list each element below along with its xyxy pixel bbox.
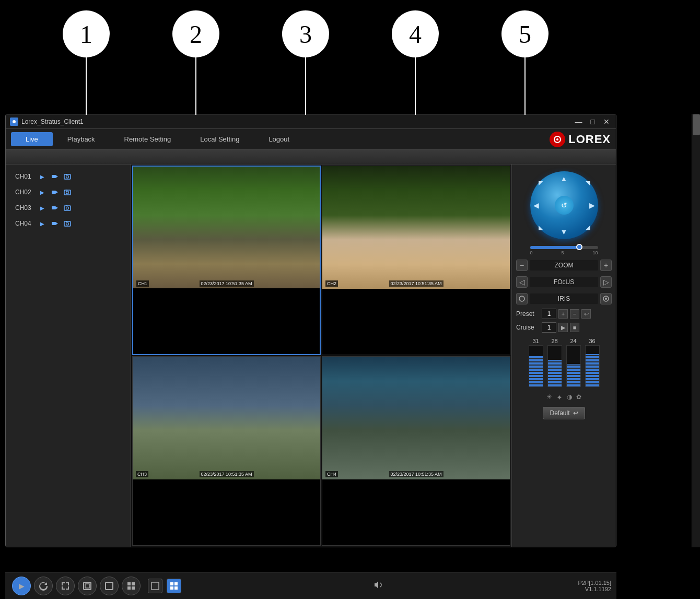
focus-control-row: ◁ FOcUS ▷ [516,275,612,289]
ch04-snapshot-btn[interactable] [63,219,72,228]
camera-cell-ch01[interactable]: CH01 02/23/2017 10:51:35 AM CH1 [132,166,321,355]
play-btn[interactable]: ▶ [12,577,31,595]
bar4-fill [586,354,599,386]
grid-1x1-btn[interactable] [148,579,162,593]
bar1-label: 31 [532,338,539,344]
tab-local-setting[interactable]: Local Setting [185,132,254,146]
camera-cell-ch04[interactable]: CH04 02/23/2017 10:51:35 AM CH4 [322,356,510,546]
zoom-minus-btn[interactable]: − [516,260,528,271]
svg-marker-6 [55,175,58,178]
tab-remote-setting[interactable]: Remote Setting [110,132,186,146]
ch01-snapshot-btn[interactable] [63,172,72,181]
speed-thumb[interactable] [576,244,582,250]
ptz-upleft-arrow[interactable]: ◤ [539,180,543,186]
lorex-logo: LOREX [550,132,611,147]
iris-minus-btn[interactable] [516,293,528,304]
zoom-plus-btn[interactable]: + [600,260,612,271]
maximize-button[interactable]: □ [589,118,597,126]
preset-minus-btn[interactable]: − [570,309,579,319]
saturation-icon[interactable]: ✿ [576,393,581,402]
default-button[interactable]: Default ↩ [543,407,585,419]
contrast-icon[interactable]: ◑ [567,393,572,402]
cruise-stop-btn[interactable]: ■ [570,323,579,332]
close-button[interactable]: ✕ [601,118,612,126]
ptz-left-arrow[interactable]: ◀ [533,201,539,209]
bar3-container [566,345,581,387]
channel-row-4: CH04 ▶ [11,217,125,230]
svg-point-23 [66,222,69,225]
ch04-label: CH04 [15,220,36,227]
layout4-btn[interactable] [122,577,141,595]
tab-playback[interactable]: Playback [53,132,110,146]
cruise-label: Cruise [516,324,540,331]
svg-rect-7 [64,174,71,179]
ch04-badge: CH4 [325,471,338,477]
minimize-button[interactable]: — [573,118,585,126]
preset-input[interactable] [542,309,556,319]
ch03-record-btn[interactable] [50,203,60,213]
cruise-input[interactable] [542,322,556,333]
ch01-record-btn[interactable] [50,172,60,181]
svg-rect-14 [66,190,67,191]
svg-rect-32 [132,582,135,585]
circle-2: 2 [172,10,219,57]
zoom-control-row: − ZOOM + [516,259,612,272]
svg-marker-16 [55,206,58,209]
preset-add-btn[interactable]: + [558,309,568,319]
focus-plus-btn[interactable]: ▷ [600,276,612,288]
svg-rect-33 [127,586,131,590]
ptz-upright-arrow[interactable]: ◥ [586,180,590,186]
tab-logout[interactable]: Logout [254,132,304,146]
cruise-go-btn[interactable]: ▶ [558,323,568,332]
sync-btn[interactable] [34,577,53,595]
speed-label-10: 10 [592,250,598,255]
preset-go-btn[interactable]: ↩ [581,309,591,319]
ch03-snapshot-btn[interactable] [63,203,72,213]
ch01-play-btn[interactable]: ▶ [38,172,47,181]
ptz-downright-arrow[interactable]: ◢ [586,224,590,231]
ptz-down-arrow[interactable]: ▼ [561,228,568,236]
brightness-icon[interactable]: ☀ [546,393,552,402]
scrollbar[interactable] [692,114,700,547]
ch04-image [322,357,510,479]
camera-cell-ch03[interactable]: CH03 02/23/2017 10:51:35 AM CH3 [132,356,321,546]
ptz-control[interactable]: ▲ ▼ ◀ ▶ ◤ ◥ ◣ ◢ ↺ [530,171,598,239]
scroll-thumb[interactable] [693,114,700,135]
ptz-up-arrow[interactable]: ▲ [561,174,568,183]
ch02-label: CH02 [15,189,36,196]
stretch-btn[interactable] [56,577,75,595]
tab-live[interactable]: Live [11,132,53,146]
svg-rect-17 [64,206,71,210]
ch04-play-btn[interactable]: ▶ [38,219,47,228]
speed-track[interactable] [530,246,598,249]
ch03-play-btn[interactable]: ▶ [38,203,47,213]
ch02-record-btn[interactable] [50,187,60,197]
ptz-center-btn[interactable]: ↺ [555,196,574,215]
volume-btn[interactable] [373,580,383,592]
main-toolbar [6,150,616,165]
grid-2x2-btn[interactable] [167,579,181,593]
layout1-btn[interactable] [100,577,119,595]
ch02-play-btn[interactable]: ▶ [38,187,47,197]
bar1-fill [529,356,543,387]
bar4-label: 36 [589,338,595,344]
ch04-record-btn[interactable] [50,219,60,228]
focus-minus-btn[interactable]: ◁ [516,276,528,288]
svg-point-18 [66,207,69,209]
bars-section: 31 28 24 36 [516,336,612,389]
camera-grid: CH01 02/23/2017 10:51:35 AM CH1 CH02 02/… [131,165,511,547]
fullscreen-btn[interactable] [78,577,97,595]
ch02-snapshot-btn[interactable] [63,187,72,197]
ptz-right-arrow[interactable]: ▶ [589,201,595,209]
camera-cell-ch02[interactable]: CH02 02/23/2017 10:51:35 AM CH2 [322,166,510,355]
svg-rect-39 [174,586,178,590]
iris-plus-btn[interactable] [600,293,612,304]
ch01-badge: CH1 [136,280,149,287]
svg-rect-31 [127,582,131,585]
ch03-timestamp: 02/23/2017 10:51:35 AM [199,471,253,477]
ptz-downleft-arrow[interactable]: ◣ [539,224,543,231]
svg-rect-5 [52,175,55,178]
ch03-label: CH03 [15,204,36,212]
brightness2-icon[interactable]: ✦ [556,393,563,402]
svg-point-1 [13,120,16,123]
